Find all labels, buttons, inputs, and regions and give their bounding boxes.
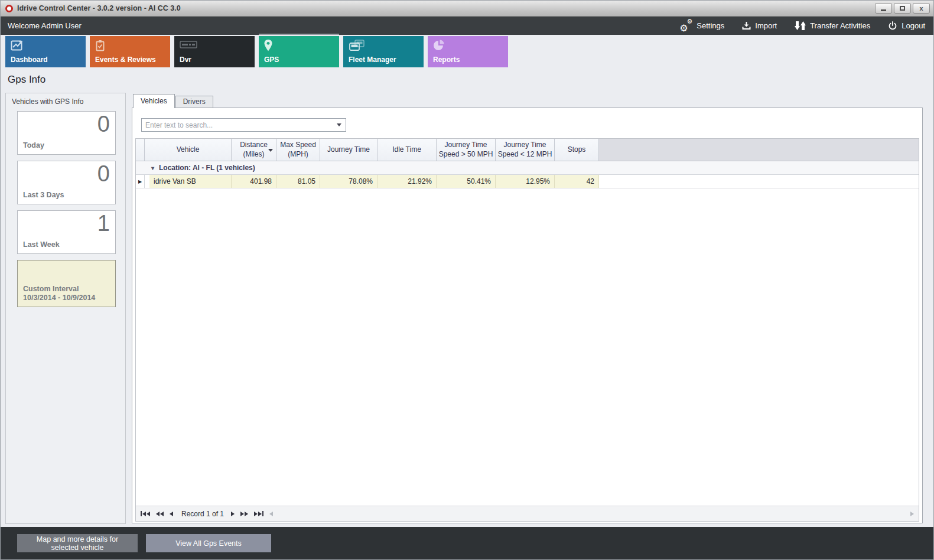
col-header-journey-time[interactable]: Journey Time xyxy=(320,139,377,161)
pager-prev-button[interactable] xyxy=(170,512,173,516)
card-last-3-days[interactable]: 0 Last 3 Days xyxy=(17,161,116,204)
pager-prev-page-button[interactable] xyxy=(156,512,164,516)
nav-tile-label: GPS xyxy=(264,56,279,64)
nav-tile-events-reviews[interactable]: Events & Reviews xyxy=(90,36,170,67)
welcome-text: Welcome Admin User xyxy=(8,21,82,30)
pager-record-label: Record 1 of 1 xyxy=(181,510,224,518)
grid-header-filler xyxy=(599,139,919,161)
page-title: Gps Info xyxy=(8,74,45,86)
group-row-label: Location: Al - FL (1 vehicles) xyxy=(159,164,255,172)
grid-header: Vehicle Distance(Miles) Max Speed(MPH) J… xyxy=(136,139,919,161)
map-pin-icon xyxy=(264,40,272,54)
nav-tile-reports[interactable]: Reports xyxy=(428,36,508,67)
card-last-week[interactable]: 1 Last Week xyxy=(17,210,116,254)
trucks-icon xyxy=(349,40,366,54)
hscroll-right-arrow[interactable] xyxy=(910,512,914,516)
clipboard-check-icon xyxy=(95,40,105,54)
row-focus-icon: ▶ xyxy=(138,179,142,184)
cell-idle-time: 21.92% xyxy=(377,175,437,188)
card-value: 0 xyxy=(97,112,110,138)
col-header-journey-gt50[interactable]: Journey TimeSpeed > 50 MPH xyxy=(437,139,496,161)
maximize-icon xyxy=(900,6,905,11)
nav-tile-label: Dashboard xyxy=(11,56,48,64)
logout-button[interactable]: Logout xyxy=(888,21,925,31)
nav-tile-label: Dvr xyxy=(180,56,191,64)
gps-summary-sidebar: Vehicles with GPS Info 0 Today 0 Last 3 … xyxy=(5,93,126,524)
col-header-stops[interactable]: Stops xyxy=(555,139,599,161)
card-label: Custom Interval 10/3/2014 - 10/9/2014 xyxy=(23,285,95,303)
row-indicator-cell: ▶ xyxy=(136,175,145,188)
cell-vehicle: idrive Van SB xyxy=(149,175,232,188)
table-row[interactable]: ▶ idrive Van SB 401.98 81.05 78.08% 21.9… xyxy=(136,175,919,188)
col-header-max-speed[interactable]: Max Speed(MPH) xyxy=(276,139,320,161)
collapse-arrow-icon[interactable]: ▾ xyxy=(151,165,154,171)
pager-next-button[interactable] xyxy=(231,512,235,516)
footer-bar: Map and more details for selected vehicl… xyxy=(1,527,933,559)
search-dropdown-button[interactable] xyxy=(333,119,346,131)
card-label: Today xyxy=(23,141,44,151)
col-header-vehicle[interactable]: Vehicle xyxy=(145,139,232,161)
transfer-activities-button[interactable]: Transfer Activities xyxy=(795,21,870,31)
sidebar-title: Vehicles with GPS Info xyxy=(6,93,125,111)
close-button[interactable]: x xyxy=(913,3,930,14)
chevron-down-icon xyxy=(337,123,341,126)
card-today[interactable]: 0 Today xyxy=(17,111,116,155)
power-icon xyxy=(888,21,897,31)
pager-bar: Record 1 of 1 xyxy=(136,506,919,521)
import-button[interactable]: Import xyxy=(742,21,777,30)
pager-next-page-button[interactable] xyxy=(240,512,248,516)
minimize-button[interactable] xyxy=(875,3,892,14)
app-logo-icon xyxy=(5,5,13,12)
search-box xyxy=(141,118,346,132)
nav-tiles: Dashboard Events & Reviews Dvr GPS Fleet… xyxy=(5,36,508,67)
cell-max-speed: 81.05 xyxy=(276,175,320,188)
pager-first-button[interactable] xyxy=(141,511,150,516)
minimize-icon xyxy=(881,9,886,11)
nav-tile-dashboard[interactable]: Dashboard xyxy=(5,36,86,67)
view-all-gps-events-button[interactable]: View All Gps Events xyxy=(146,534,271,552)
sort-desc-icon xyxy=(268,149,273,152)
nav-tile-label: Reports xyxy=(433,56,460,64)
col-header-journey-lt12[interactable]: Journey TimeSpeed < 12 MPH xyxy=(496,139,555,161)
cell-journey-gt50: 50.41% xyxy=(437,175,496,188)
cell-journey-lt12: 12.95% xyxy=(496,175,555,188)
title-bar: Idrive Control Center - 3.0.2 version - … xyxy=(1,1,933,17)
group-row-location[interactable]: ▾ Location: Al - FL (1 vehicles) xyxy=(136,161,919,175)
nav-tile-dvr[interactable]: Dvr xyxy=(174,36,255,67)
pie-chart-icon xyxy=(433,40,445,54)
search-input[interactable] xyxy=(142,119,333,131)
tab-drivers[interactable]: Drivers xyxy=(175,96,213,108)
logout-label: Logout xyxy=(902,21,925,30)
nav-tile-label: Events & Reviews xyxy=(95,56,156,64)
map-details-button[interactable]: Map and more details for selected vehicl… xyxy=(17,534,138,552)
cell-stops: 42 xyxy=(555,175,599,188)
nav-tile-fleet-manager[interactable]: Fleet Manager xyxy=(343,36,424,67)
cell-distance: 401.98 xyxy=(232,175,276,188)
window-title: Idrive Control Center - 3.0.2 version - … xyxy=(17,4,181,12)
transfer-icon xyxy=(795,21,806,31)
cell-journey-time: 78.08% xyxy=(320,175,377,188)
menu-bar: Welcome Admin User ⚙⚙ Settings Import Tr… xyxy=(1,17,933,35)
row-indicator-header xyxy=(136,139,145,161)
line-chart-icon xyxy=(11,40,24,54)
import-icon xyxy=(742,21,751,30)
card-value: 0 xyxy=(97,161,110,187)
vehicles-panel: Vehicle Distance(Miles) Max Speed(MPH) J… xyxy=(132,108,923,523)
nav-tile-gps[interactable]: GPS xyxy=(259,36,339,67)
vehicles-grid: Vehicle Distance(Miles) Max Speed(MPH) J… xyxy=(135,138,919,522)
nav-tile-label: Fleet Manager xyxy=(349,56,396,64)
card-custom-interval[interactable]: Custom Interval 10/3/2014 - 10/9/2014 xyxy=(17,260,116,307)
settings-label: Settings xyxy=(697,21,724,30)
close-icon: x xyxy=(919,5,923,12)
dvr-icon xyxy=(180,40,197,52)
pager-last-button[interactable] xyxy=(254,511,263,516)
gears-icon: ⚙⚙ xyxy=(679,21,692,31)
maximize-button[interactable] xyxy=(894,3,911,14)
col-header-idle-time[interactable]: Idle Time xyxy=(377,139,437,161)
card-value: 1 xyxy=(97,211,110,237)
hscroll-left-arrow[interactable] xyxy=(269,512,273,516)
col-header-distance[interactable]: Distance(Miles) xyxy=(232,139,276,161)
settings-button[interactable]: ⚙⚙ Settings xyxy=(679,21,724,31)
tab-vehicles[interactable]: Vehicles xyxy=(133,94,175,108)
group-indent xyxy=(145,175,149,188)
